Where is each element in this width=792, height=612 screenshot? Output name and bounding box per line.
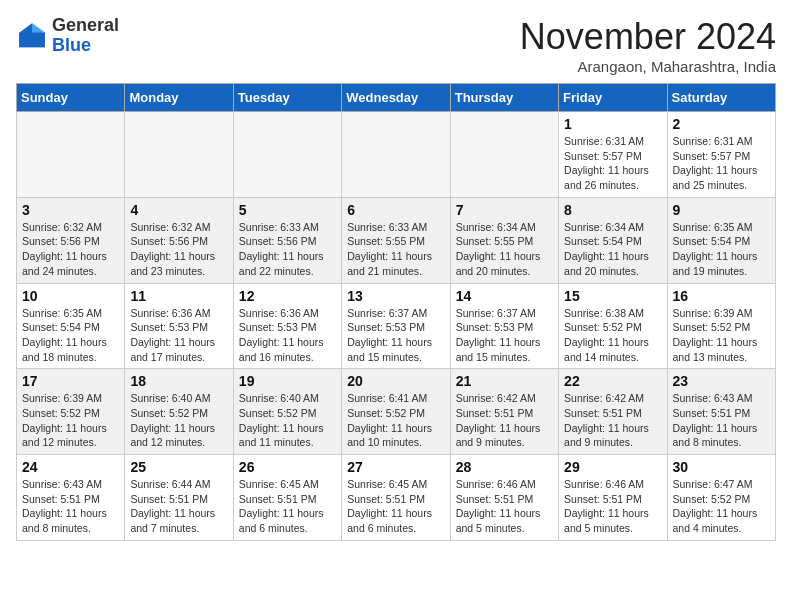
day-info: Sunrise: 6:33 AMSunset: 5:55 PMDaylight:…	[347, 220, 444, 279]
calendar-cell: 9Sunrise: 6:35 AMSunset: 5:54 PMDaylight…	[667, 197, 775, 283]
day-number: 20	[347, 373, 444, 389]
day-number: 5	[239, 202, 336, 218]
calendar-cell: 2Sunrise: 6:31 AMSunset: 5:57 PMDaylight…	[667, 112, 775, 198]
calendar: SundayMondayTuesdayWednesdayThursdayFrid…	[16, 83, 776, 541]
day-number: 24	[22, 459, 119, 475]
day-info: Sunrise: 6:44 AMSunset: 5:51 PMDaylight:…	[130, 477, 227, 536]
day-info: Sunrise: 6:37 AMSunset: 5:53 PMDaylight:…	[347, 306, 444, 365]
day-info: Sunrise: 6:42 AMSunset: 5:51 PMDaylight:…	[564, 391, 661, 450]
calendar-cell: 17Sunrise: 6:39 AMSunset: 5:52 PMDayligh…	[17, 369, 125, 455]
weekday-header-saturday: Saturday	[667, 84, 775, 112]
logo-icon	[16, 20, 48, 52]
weekday-header-sunday: Sunday	[17, 84, 125, 112]
day-number: 4	[130, 202, 227, 218]
day-number: 7	[456, 202, 553, 218]
day-number: 13	[347, 288, 444, 304]
calendar-cell: 25Sunrise: 6:44 AMSunset: 5:51 PMDayligh…	[125, 455, 233, 541]
day-info: Sunrise: 6:32 AMSunset: 5:56 PMDaylight:…	[130, 220, 227, 279]
calendar-cell: 15Sunrise: 6:38 AMSunset: 5:52 PMDayligh…	[559, 283, 667, 369]
calendar-cell: 5Sunrise: 6:33 AMSunset: 5:56 PMDaylight…	[233, 197, 341, 283]
weekday-header-monday: Monday	[125, 84, 233, 112]
weekday-header-friday: Friday	[559, 84, 667, 112]
day-info: Sunrise: 6:34 AMSunset: 5:55 PMDaylight:…	[456, 220, 553, 279]
calendar-cell: 20Sunrise: 6:41 AMSunset: 5:52 PMDayligh…	[342, 369, 450, 455]
day-number: 18	[130, 373, 227, 389]
day-info: Sunrise: 6:40 AMSunset: 5:52 PMDaylight:…	[239, 391, 336, 450]
day-info: Sunrise: 6:39 AMSunset: 5:52 PMDaylight:…	[22, 391, 119, 450]
day-number: 8	[564, 202, 661, 218]
calendar-cell: 12Sunrise: 6:36 AMSunset: 5:53 PMDayligh…	[233, 283, 341, 369]
day-info: Sunrise: 6:43 AMSunset: 5:51 PMDaylight:…	[673, 391, 770, 450]
calendar-week-1: 1Sunrise: 6:31 AMSunset: 5:57 PMDaylight…	[17, 112, 776, 198]
weekday-header-thursday: Thursday	[450, 84, 558, 112]
calendar-week-2: 3Sunrise: 6:32 AMSunset: 5:56 PMDaylight…	[17, 197, 776, 283]
calendar-cell: 16Sunrise: 6:39 AMSunset: 5:52 PMDayligh…	[667, 283, 775, 369]
calendar-cell: 10Sunrise: 6:35 AMSunset: 5:54 PMDayligh…	[17, 283, 125, 369]
day-info: Sunrise: 6:32 AMSunset: 5:56 PMDaylight:…	[22, 220, 119, 279]
day-info: Sunrise: 6:45 AMSunset: 5:51 PMDaylight:…	[347, 477, 444, 536]
calendar-cell: 24Sunrise: 6:43 AMSunset: 5:51 PMDayligh…	[17, 455, 125, 541]
day-number: 22	[564, 373, 661, 389]
day-info: Sunrise: 6:35 AMSunset: 5:54 PMDaylight:…	[22, 306, 119, 365]
calendar-cell: 27Sunrise: 6:45 AMSunset: 5:51 PMDayligh…	[342, 455, 450, 541]
day-number: 10	[22, 288, 119, 304]
day-number: 11	[130, 288, 227, 304]
day-info: Sunrise: 6:36 AMSunset: 5:53 PMDaylight:…	[239, 306, 336, 365]
day-number: 29	[564, 459, 661, 475]
location: Arangaon, Maharashtra, India	[520, 58, 776, 75]
weekday-header-tuesday: Tuesday	[233, 84, 341, 112]
calendar-cell: 22Sunrise: 6:42 AMSunset: 5:51 PMDayligh…	[559, 369, 667, 455]
calendar-cell: 6Sunrise: 6:33 AMSunset: 5:55 PMDaylight…	[342, 197, 450, 283]
weekday-header-wednesday: Wednesday	[342, 84, 450, 112]
calendar-cell: 30Sunrise: 6:47 AMSunset: 5:52 PMDayligh…	[667, 455, 775, 541]
day-info: Sunrise: 6:47 AMSunset: 5:52 PMDaylight:…	[673, 477, 770, 536]
day-info: Sunrise: 6:31 AMSunset: 5:57 PMDaylight:…	[564, 134, 661, 193]
calendar-week-4: 17Sunrise: 6:39 AMSunset: 5:52 PMDayligh…	[17, 369, 776, 455]
page-header: General Blue November 2024 Arangaon, Mah…	[16, 16, 776, 75]
day-info: Sunrise: 6:33 AMSunset: 5:56 PMDaylight:…	[239, 220, 336, 279]
calendar-cell	[450, 112, 558, 198]
day-info: Sunrise: 6:41 AMSunset: 5:52 PMDaylight:…	[347, 391, 444, 450]
calendar-week-5: 24Sunrise: 6:43 AMSunset: 5:51 PMDayligh…	[17, 455, 776, 541]
day-number: 15	[564, 288, 661, 304]
day-info: Sunrise: 6:46 AMSunset: 5:51 PMDaylight:…	[456, 477, 553, 536]
day-info: Sunrise: 6:39 AMSunset: 5:52 PMDaylight:…	[673, 306, 770, 365]
day-number: 27	[347, 459, 444, 475]
calendar-cell: 19Sunrise: 6:40 AMSunset: 5:52 PMDayligh…	[233, 369, 341, 455]
calendar-cell: 8Sunrise: 6:34 AMSunset: 5:54 PMDaylight…	[559, 197, 667, 283]
day-number: 9	[673, 202, 770, 218]
calendar-cell: 7Sunrise: 6:34 AMSunset: 5:55 PMDaylight…	[450, 197, 558, 283]
day-number: 26	[239, 459, 336, 475]
month-title: November 2024	[520, 16, 776, 58]
day-info: Sunrise: 6:45 AMSunset: 5:51 PMDaylight:…	[239, 477, 336, 536]
day-number: 14	[456, 288, 553, 304]
logo-text: General Blue	[52, 16, 119, 56]
day-number: 12	[239, 288, 336, 304]
calendar-cell: 21Sunrise: 6:42 AMSunset: 5:51 PMDayligh…	[450, 369, 558, 455]
day-number: 21	[456, 373, 553, 389]
day-info: Sunrise: 6:42 AMSunset: 5:51 PMDaylight:…	[456, 391, 553, 450]
calendar-cell: 13Sunrise: 6:37 AMSunset: 5:53 PMDayligh…	[342, 283, 450, 369]
day-info: Sunrise: 6:34 AMSunset: 5:54 PMDaylight:…	[564, 220, 661, 279]
calendar-cell: 14Sunrise: 6:37 AMSunset: 5:53 PMDayligh…	[450, 283, 558, 369]
day-info: Sunrise: 6:40 AMSunset: 5:52 PMDaylight:…	[130, 391, 227, 450]
calendar-cell: 4Sunrise: 6:32 AMSunset: 5:56 PMDaylight…	[125, 197, 233, 283]
calendar-cell: 18Sunrise: 6:40 AMSunset: 5:52 PMDayligh…	[125, 369, 233, 455]
calendar-header-row: SundayMondayTuesdayWednesdayThursdayFrid…	[17, 84, 776, 112]
logo-general: General	[52, 15, 119, 35]
svg-marker-1	[32, 23, 45, 33]
day-number: 30	[673, 459, 770, 475]
day-number: 16	[673, 288, 770, 304]
svg-rect-2	[19, 33, 45, 47]
day-number: 6	[347, 202, 444, 218]
calendar-cell	[233, 112, 341, 198]
logo-blue: Blue	[52, 35, 91, 55]
calendar-cell	[125, 112, 233, 198]
day-number: 25	[130, 459, 227, 475]
day-info: Sunrise: 6:35 AMSunset: 5:54 PMDaylight:…	[673, 220, 770, 279]
day-number: 3	[22, 202, 119, 218]
day-number: 28	[456, 459, 553, 475]
calendar-cell: 29Sunrise: 6:46 AMSunset: 5:51 PMDayligh…	[559, 455, 667, 541]
calendar-cell: 1Sunrise: 6:31 AMSunset: 5:57 PMDaylight…	[559, 112, 667, 198]
day-info: Sunrise: 6:31 AMSunset: 5:57 PMDaylight:…	[673, 134, 770, 193]
